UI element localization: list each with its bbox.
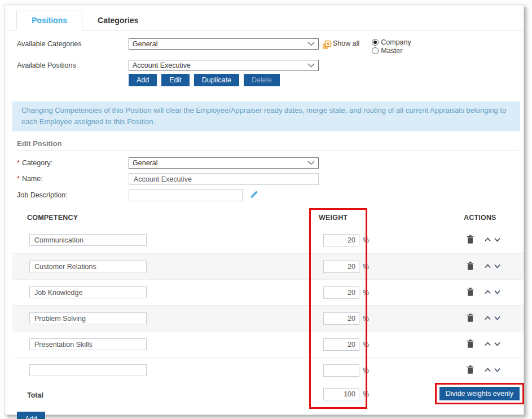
move-down-button[interactable] xyxy=(493,367,502,373)
percent-sign: % xyxy=(363,390,369,398)
tab-bar: Positions Categories xyxy=(5,5,524,30)
job-description-field[interactable] xyxy=(129,189,243,201)
chevron-down-icon xyxy=(307,42,315,46)
move-up-button[interactable] xyxy=(483,263,493,270)
chevron-down-icon xyxy=(494,290,500,294)
competency-weight-field[interactable] xyxy=(323,261,359,273)
total-row: Total % Divide weights evenly xyxy=(17,383,519,410)
available-categories-label: Available Categories xyxy=(17,38,129,48)
delete-position-button: Delete xyxy=(244,74,280,86)
tab-categories[interactable]: Categories xyxy=(82,11,153,30)
competency-weight-field[interactable] xyxy=(323,364,359,377)
competency-name-field[interactable] xyxy=(29,364,147,376)
trash-icon xyxy=(467,314,474,322)
available-positions-select[interactable]: Account Executive xyxy=(129,60,319,71)
edit-position-button[interactable]: Edit xyxy=(161,74,190,86)
competency-column-header: COMPETENCY xyxy=(27,214,78,222)
radio-company[interactable]: Company xyxy=(372,38,411,46)
move-up-button[interactable] xyxy=(483,341,493,347)
move-down-button[interactable] xyxy=(493,263,502,270)
row-actions xyxy=(467,365,502,374)
actions-column-header: ACTIONS xyxy=(464,214,496,222)
competency-weight-field[interactable] xyxy=(323,286,359,299)
chevron-down-icon xyxy=(494,264,500,268)
divide-weights-evenly-button[interactable]: Divide weights evenly xyxy=(439,387,520,400)
radio-master[interactable]: Master xyxy=(372,47,411,55)
show-all-icon xyxy=(322,40,332,50)
delete-row-button[interactable] xyxy=(467,365,474,374)
percent-sign: % xyxy=(363,341,369,349)
move-down-button[interactable] xyxy=(493,236,502,243)
move-up-button[interactable] xyxy=(483,289,493,295)
chevron-up-icon xyxy=(485,237,491,242)
show-all-label: Show all xyxy=(333,38,359,47)
move-down-button[interactable] xyxy=(493,341,502,347)
name-field[interactable] xyxy=(129,173,319,185)
delete-row-button[interactable] xyxy=(467,262,474,270)
percent-sign: % xyxy=(363,315,369,323)
available-categories-select[interactable]: General xyxy=(129,38,319,50)
competency-name-field[interactable] xyxy=(29,338,147,350)
move-up-button[interactable] xyxy=(483,367,493,373)
job-description-label: Job Description: xyxy=(17,189,129,199)
row-actions xyxy=(467,314,502,322)
show-all-button[interactable]: Show all xyxy=(322,38,359,50)
name-field-label: *Name: xyxy=(17,173,129,183)
delete-row-button[interactable] xyxy=(467,339,474,348)
move-down-button[interactable] xyxy=(493,315,502,321)
percent-sign: % xyxy=(363,289,369,297)
duplicate-position-button[interactable]: Duplicate xyxy=(194,74,239,86)
required-marker: * xyxy=(17,159,20,167)
competency-name-field[interactable] xyxy=(29,234,147,246)
scope-radio-group: Company Master xyxy=(372,38,411,55)
category-value: General xyxy=(133,159,157,167)
percent-sign: % xyxy=(363,236,369,244)
competency-name-field[interactable] xyxy=(29,286,147,298)
row-actions xyxy=(467,262,502,270)
delete-row-button[interactable] xyxy=(467,288,474,296)
trash-icon xyxy=(467,288,474,296)
trash-icon xyxy=(467,235,474,244)
trash-icon xyxy=(467,262,474,270)
competency-name-field[interactable] xyxy=(29,261,147,272)
edit-position-heading: Edit Position xyxy=(17,139,519,151)
total-weight-field[interactable] xyxy=(323,388,359,400)
chevron-down-icon xyxy=(494,368,500,372)
chevron-up-icon xyxy=(485,342,491,346)
competency-row: % xyxy=(12,253,524,279)
add-competency-button[interactable]: Add xyxy=(17,412,45,419)
competency-table-header: COMPETENCY WEIGHT ACTIONS xyxy=(17,211,519,227)
tab-positions[interactable]: Positions xyxy=(16,11,82,30)
position-toolbar: Add Edit Duplicate Delete xyxy=(129,74,520,86)
positions-panel: Positions Categories Available Categorie… xyxy=(5,5,524,415)
chevron-up-icon xyxy=(485,316,491,320)
competency-row: % xyxy=(12,331,524,357)
radio-dot xyxy=(372,39,379,46)
competency-weight-field[interactable] xyxy=(323,338,359,351)
available-positions-label: Available Positions xyxy=(17,60,129,69)
trash-icon xyxy=(467,339,474,348)
competency-weight-field[interactable] xyxy=(323,234,359,246)
delete-row-button[interactable] xyxy=(467,235,474,244)
weight-column-header: WEIGHT xyxy=(319,214,348,222)
trash-icon xyxy=(467,365,474,374)
competency-row: % xyxy=(12,227,524,253)
move-up-button[interactable] xyxy=(483,236,493,243)
category-field-label: *Category: xyxy=(17,157,129,167)
chevron-up-icon xyxy=(485,290,491,294)
category-select[interactable]: General xyxy=(129,157,319,169)
add-position-button[interactable]: Add xyxy=(129,74,157,86)
move-down-button[interactable] xyxy=(493,289,502,295)
competency-name-field[interactable] xyxy=(29,312,147,324)
available-positions-value: Account Executive xyxy=(133,61,191,69)
competency-weight-field[interactable] xyxy=(323,312,359,325)
percent-sign: % xyxy=(363,367,369,374)
row-actions xyxy=(467,288,502,296)
chevron-up-icon xyxy=(485,264,491,268)
chevron-up-icon xyxy=(485,368,491,372)
chevron-down-icon xyxy=(307,161,315,165)
delete-row-button[interactable] xyxy=(467,314,474,322)
move-up-button[interactable] xyxy=(483,315,493,321)
edit-job-description-button[interactable] xyxy=(249,190,258,202)
chevron-down-icon xyxy=(494,342,500,346)
